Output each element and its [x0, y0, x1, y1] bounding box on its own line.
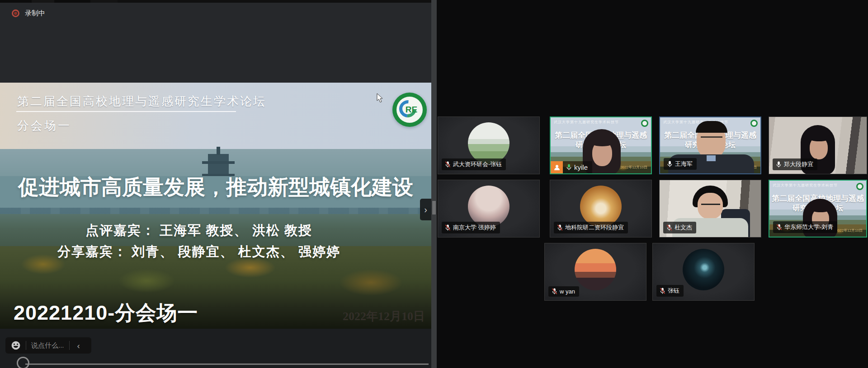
- participant-name-pill: 武大资环研会-张钰: [442, 158, 506, 170]
- presentation-slide: 第二届全国高校地理与遥感研究生学术论坛 分会场一 RE 促进城市高质量发展，推动…: [0, 83, 431, 329]
- avatar: [575, 249, 616, 290]
- slide-underline: [16, 111, 236, 112]
- mic-muted-icon: [776, 224, 782, 231]
- divider-line: [69, 341, 70, 350]
- participant-name-pill: 华东师范大学-刘青: [773, 221, 837, 233]
- participant-tile[interactable]: 武汉大学第十九届研究生学术科技节 第二届全国高校地理与遥感 研究生学术论坛 20…: [769, 180, 867, 238]
- participant-name-pill: 地科院研二资环段静宜: [554, 222, 628, 233]
- participant-name-pill: kyile: [563, 161, 592, 173]
- chevron-left-icon[interactable]: ‹: [75, 341, 83, 350]
- participant-name: w yan: [560, 288, 575, 295]
- chat-input[interactable]: 说点什么...: [31, 341, 64, 350]
- hand-raised-badge-icon: [551, 161, 563, 173]
- participant-name: 郑大段静宜: [784, 160, 813, 168]
- divider-line: [26, 341, 26, 350]
- mic-muted-icon: [660, 288, 665, 294]
- progress-track[interactable]: [25, 363, 429, 365]
- avatar: [683, 249, 724, 290]
- mic-icon: [667, 161, 673, 168]
- participant-name: 张钰: [668, 287, 679, 295]
- shared-screen-panel: 录制中 第二届全国高校地理与遥感研究生学术论坛 分会场一 RE 促进城市高质量发…: [0, 0, 431, 368]
- chat-input-bar[interactable]: 说点什么... ‹: [5, 337, 91, 354]
- participant-tile[interactable]: 郑大段静宜: [769, 116, 867, 174]
- meeting-window: 录制中 第二届全国高校地理与遥感研究生学术论坛 分会场一 RE 促进城市高质量发…: [0, 0, 868, 368]
- recording-indicator: 录制中: [12, 9, 45, 18]
- participant-name: 武大资环研会-张钰: [453, 160, 502, 168]
- participant-tile[interactable]: 武汉大学第十九届研究生学术科技节 第二届全国高校地理与遥感 研究生学术论坛 20…: [659, 116, 761, 174]
- mic-muted-icon: [666, 224, 672, 231]
- panel-divider[interactable]: [431, 0, 437, 368]
- participant-name: kyile: [574, 163, 588, 171]
- forum-logo-inner: RE: [396, 97, 423, 123]
- mic-muted-icon: [445, 224, 451, 231]
- window-top-strip: [0, 0, 431, 3]
- logo-re-text: RE: [406, 105, 417, 115]
- participant-name-pill: 南京大学 强婷婷: [442, 222, 500, 233]
- slide-main-title: 促进城市高质量发展，推动新型城镇化建设: [0, 173, 431, 201]
- participant-name: 南京大学 强婷婷: [453, 224, 496, 232]
- participant-name: 地科院研二资环段静宜: [565, 224, 624, 232]
- slide-forum-title: 第二届全国高校地理与遥感研究生学术论坛: [17, 93, 266, 109]
- mic-muted-icon: [557, 224, 563, 231]
- participant-name-pill: 杜文杰: [663, 222, 696, 233]
- participant-tile[interactable]: 武汉大学第十九届研究生学术科技节 第二届全国高校地理与遥感 研究生学术论坛 20…: [550, 116, 652, 174]
- participant-tile[interactable]: 南京大学 强婷婷: [438, 180, 540, 238]
- participant-name-pill: 王海军: [664, 158, 697, 170]
- emoji-icon[interactable]: [11, 340, 21, 350]
- participant-name-pill: 郑大段静宜: [773, 158, 817, 170]
- expand-panel-button[interactable]: ›: [420, 199, 431, 220]
- record-icon: [12, 9, 19, 17]
- slide-speakers-line: 分享嘉宾： 刘青、 段静宜、 杜文杰、 强婷婷: [27, 243, 371, 261]
- slide-footer-title: 20221210-分会场一: [14, 299, 198, 326]
- mic-icon: [776, 161, 782, 168]
- recording-label: 录制中: [25, 9, 45, 18]
- mic-active-icon: [566, 164, 572, 171]
- participant-name: 杜文杰: [675, 224, 692, 232]
- participant-tile[interactable]: 地科院研二资环段静宜: [550, 180, 652, 238]
- participant-name-pill: 张钰: [656, 285, 684, 297]
- participant-name: 华东师范大学-刘青: [784, 223, 833, 231]
- participants-grid: 武大资环研会-张钰 武汉大学第十九届研究生学术科技节 第二届全国高校地理与遥感 …: [437, 0, 868, 368]
- mic-muted-icon: [552, 288, 557, 295]
- participant-name-pill: w yan: [548, 286, 579, 297]
- chevron-right-icon: ›: [424, 205, 427, 215]
- slide-sky: [0, 83, 431, 149]
- participant-tile[interactable]: 杜文杰: [659, 180, 761, 238]
- slide-reviewers-line: 点评嘉宾： 王海军 教授、 洪松 教授: [27, 222, 371, 240]
- participant-tile[interactable]: 武大资环研会-张钰: [438, 116, 540, 174]
- avatar: [468, 186, 509, 227]
- participant-name: 王海军: [675, 160, 693, 168]
- participant-tile[interactable]: w yan: [544, 243, 646, 301]
- mouse-cursor-icon: [377, 93, 384, 103]
- avatar: [468, 122, 509, 164]
- progress-handle[interactable]: [17, 357, 29, 368]
- forum-logo: RE: [392, 93, 427, 127]
- slide-session-label: 分会场一: [17, 118, 71, 134]
- participant-tile[interactable]: 张钰: [652, 243, 755, 301]
- slide-footer-date: 2022年12月10日: [330, 308, 425, 324]
- mic-muted-icon: [445, 161, 451, 168]
- avatar: [580, 186, 622, 227]
